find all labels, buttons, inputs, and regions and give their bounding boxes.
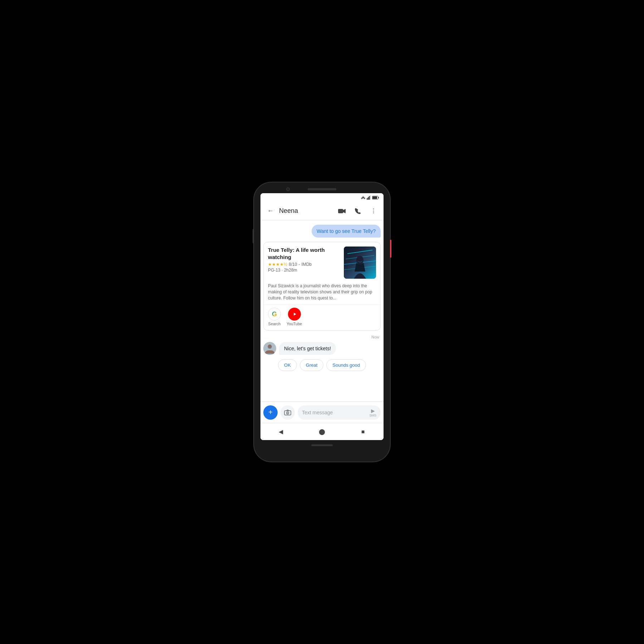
front-camera <box>286 187 290 191</box>
status-bar <box>260 193 384 202</box>
send-arrow-icon: ▶ <box>371 408 375 414</box>
signal-icon <box>367 195 371 200</box>
add-attachment-button[interactable]: + <box>263 405 278 420</box>
rich-card-title: True Telly: A life worth watching <box>268 247 340 260</box>
svg-rect-1 <box>368 197 369 200</box>
message-timestamp: Now <box>371 335 379 339</box>
nav-back-button[interactable]: ◀ <box>274 425 288 439</box>
svg-rect-5 <box>378 197 379 198</box>
nav-bar: ◀ ⬤ ■ <box>260 423 384 440</box>
phone-frame: ← Neena ⋮ Want to go se <box>254 182 390 462</box>
phone-call-button[interactable] <box>351 204 365 218</box>
message-placeholder: Text message <box>302 410 333 415</box>
youtube-play-icon <box>291 312 298 317</box>
messages-area: Want to go see True Telly? True Telly: A… <box>260 220 384 401</box>
svg-rect-6 <box>372 196 377 199</box>
rich-card-description: Paul Sizawick is a journalist who dives … <box>264 283 380 304</box>
power-button <box>390 240 391 258</box>
received-message-bubble: Nice, let's get tickets! <box>279 342 336 355</box>
rich-card-content: True Telly: A life worth watching ★★★★½ … <box>264 242 380 283</box>
rich-card-actions: G Search YouTube <box>264 304 380 330</box>
svg-point-15 <box>268 345 272 348</box>
avatar-image <box>263 342 276 355</box>
avatar-svg <box>263 342 276 355</box>
quick-replies: OK Great Sounds good <box>263 358 381 372</box>
neon-lines-decoration <box>344 247 376 279</box>
rating-separator: - <box>298 262 300 267</box>
header-actions: ⋮ <box>335 204 381 218</box>
app-header: ← Neena ⋮ <box>260 202 384 220</box>
phone-icon <box>355 208 361 214</box>
google-g-letter: G <box>272 311 277 318</box>
rich-card-rating: ★★★★½ 8/10 - IMDb <box>268 262 340 267</box>
search-action-button[interactable]: G Search <box>268 308 281 326</box>
youtube-action-button[interactable]: YouTube <box>287 308 302 326</box>
speaker <box>308 188 336 190</box>
rating-source: IMDb <box>301 262 312 267</box>
quick-reply-ok[interactable]: OK <box>278 359 297 371</box>
video-call-button[interactable] <box>335 204 349 218</box>
phone-screen: ← Neena ⋮ Want to go se <box>260 193 384 440</box>
rating-stars: ★★★★½ <box>268 262 287 267</box>
google-search-icon: G <box>268 308 281 321</box>
chat-contact-name: Neena <box>278 207 335 215</box>
movie-thumbnail <box>344 247 376 279</box>
rich-card-info: True Telly: A life worth watching ★★★★½ … <box>268 247 340 279</box>
send-button[interactable]: ▶ SMS <box>369 408 376 417</box>
svg-rect-7 <box>338 209 343 213</box>
rich-card-meta: PG-13 · 2h28m <box>268 268 340 273</box>
svg-line-8 <box>347 250 372 254</box>
back-button[interactable]: ← <box>263 204 278 218</box>
svg-rect-3 <box>370 195 371 200</box>
svg-point-18 <box>287 412 288 413</box>
sent-message-bubble: Want to go see True Telly? <box>312 225 381 238</box>
more-options-button[interactable]: ⋮ <box>366 204 381 218</box>
video-icon <box>338 208 346 214</box>
youtube-icon <box>288 308 301 321</box>
received-message: Nice, let's get tickets! <box>263 342 381 355</box>
contact-avatar <box>263 342 276 355</box>
input-bar: + Text message ▶ SMS <box>260 401 384 423</box>
quick-reply-sounds-good[interactable]: Sounds good <box>326 359 366 371</box>
svg-rect-0 <box>367 198 368 200</box>
quick-reply-great[interactable]: Great <box>300 359 324 371</box>
svg-rect-2 <box>369 196 370 200</box>
bottom-speaker <box>311 444 333 446</box>
nav-home-button[interactable]: ⬤ <box>315 425 329 439</box>
send-label: SMS <box>369 414 376 417</box>
search-action-label: Search <box>268 322 281 326</box>
rating-score: 8/10 <box>289 262 297 267</box>
battery-icon <box>372 196 379 200</box>
svg-point-12 <box>356 256 364 264</box>
camera-icon <box>284 410 291 415</box>
status-icons <box>361 195 379 200</box>
volume-button <box>253 229 254 243</box>
message-input-field[interactable]: Text message ▶ SMS <box>298 405 381 420</box>
rich-card: True Telly: A life worth watching ★★★★½ … <box>263 242 381 331</box>
nav-recents-button[interactable]: ■ <box>356 425 370 439</box>
camera-button[interactable] <box>280 405 295 420</box>
rich-card-image <box>344 247 376 279</box>
wifi-icon <box>361 196 366 199</box>
youtube-action-label: YouTube <box>287 322 302 326</box>
